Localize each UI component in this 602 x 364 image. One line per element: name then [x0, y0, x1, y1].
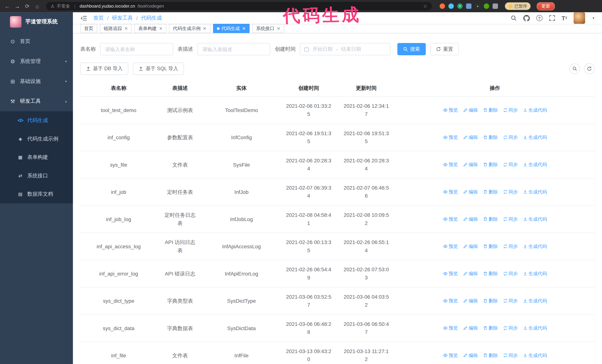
delete-link[interactable]: 删除 — [483, 351, 498, 360]
sync-link[interactable]: 同步 — [503, 242, 518, 250]
refresh-table-button[interactable] — [584, 63, 595, 74]
preview-link[interactable]: 预览 — [443, 351, 458, 360]
delete-link[interactable]: 删除 — [483, 242, 498, 250]
sync-link[interactable]: 同步 — [503, 106, 518, 114]
reload-icon[interactable]: ⟳ — [24, 3, 31, 9]
close-icon[interactable]: ✕ — [159, 26, 163, 31]
tab-tracing[interactable]: 链路追踪 ✕ — [100, 24, 132, 33]
extension-icon-4[interactable] — [466, 3, 472, 9]
edit-link[interactable]: 编辑 — [463, 188, 478, 196]
fullscreen-icon[interactable] — [549, 15, 555, 21]
delete-link[interactable]: 删除 — [483, 106, 498, 114]
close-icon[interactable]: ✕ — [277, 26, 280, 31]
back-icon[interactable]: ← — [4, 3, 11, 9]
font-size-icon[interactable]: TT — [562, 15, 567, 21]
delete-link[interactable]: 删除 — [483, 133, 498, 141]
extension-icon-5[interactable]: ● — [475, 3, 480, 9]
home-icon[interactable]: ⌂ — [34, 3, 41, 9]
browser-update-button[interactable]: 更新 — [537, 2, 555, 10]
avatar-caret-down-icon[interactable]: ▾ — [592, 16, 594, 20]
generate-code-link[interactable]: 生成代码 — [523, 242, 547, 250]
delete-link[interactable]: 删除 — [483, 215, 498, 223]
preview-link[interactable]: 预览 — [443, 324, 458, 332]
sync-link[interactable]: 同步 — [503, 188, 518, 196]
sidebar-item-infrastructure[interactable]: ⊞ 基础设施 ▾ — [0, 72, 73, 92]
table-name-input[interactable] — [100, 43, 173, 55]
sidebar-item-codegen[interactable]: </> 代码生成 — [0, 111, 73, 130]
sync-link[interactable]: 同步 — [503, 351, 518, 360]
preview-link[interactable]: 预览 — [443, 133, 458, 141]
tab-codegen[interactable]: 代码生成 ✕ — [213, 24, 249, 33]
sidebar-item-form-builder[interactable]: ▦ 表单构建 — [0, 148, 73, 166]
extension-icon-2[interactable] — [448, 3, 454, 9]
delete-link[interactable]: 删除 — [483, 297, 498, 305]
extension-icon-7[interactable] — [493, 3, 498, 9]
close-icon[interactable]: ✕ — [242, 26, 246, 31]
generate-code-link[interactable]: 生成代码 — [523, 270, 547, 278]
paused-badge[interactable]: 已暂停 — [505, 2, 531, 10]
bookmark-star-icon[interactable]: ☆ — [423, 3, 427, 9]
fold-sidebar-icon[interactable] — [81, 15, 87, 21]
date-range-picker[interactable]: 开始日期 - 结束日期 — [300, 43, 390, 55]
tab-form-builder[interactable]: 表单构建 ✕ — [134, 24, 166, 33]
breadcrumb-dev-tools[interactable]: 研发工具 — [112, 15, 133, 21]
preview-link[interactable]: 预览 — [443, 242, 458, 250]
sidebar-item-system-api[interactable]: ⇄ 系统接口 — [0, 167, 73, 185]
preview-link[interactable]: 预览 — [443, 270, 458, 278]
help-icon[interactable]: ? — [536, 15, 542, 21]
delete-link[interactable]: 删除 — [483, 161, 498, 169]
search-button[interactable]: 搜索 — [397, 43, 426, 55]
table-desc-input[interactable] — [197, 43, 270, 55]
extension-icon-3[interactable]: V — [457, 3, 463, 9]
generate-code-link[interactable]: 生成代码 — [523, 351, 547, 360]
generate-code-link[interactable]: 生成代码 — [523, 133, 547, 141]
forward-icon[interactable]: → — [14, 3, 21, 9]
import-db-button[interactable]: 基于 DB 导入 — [80, 62, 128, 75]
generate-code-link[interactable]: 生成代码 — [523, 297, 547, 305]
sidebar-item-dev-tools[interactable]: ⚒ 研发工具 ▴ — [0, 91, 73, 111]
edit-link[interactable]: 编辑 — [463, 324, 478, 332]
sync-link[interactable]: 同步 — [503, 270, 518, 278]
sidebar-item-system-management[interactable]: ⚙ 系统管理 ▾ — [0, 52, 73, 72]
reset-button[interactable]: 重置 — [430, 43, 459, 55]
sync-link[interactable]: 同步 — [503, 133, 518, 141]
extension-icon-1[interactable] — [440, 3, 445, 9]
edit-link[interactable]: 编辑 — [463, 106, 478, 114]
sidebar-item-home[interactable]: ⊙ 首页 — [0, 31, 73, 52]
search-icon[interactable] — [510, 15, 516, 21]
edit-link[interactable]: 编辑 — [463, 351, 478, 360]
edit-link[interactable]: 编辑 — [463, 161, 478, 169]
edit-link[interactable]: 编辑 — [463, 270, 478, 278]
preview-link[interactable]: 预览 — [443, 161, 458, 169]
breadcrumb-home[interactable]: 首页 — [93, 15, 104, 21]
close-icon[interactable]: ✕ — [203, 26, 206, 31]
tab-codegen-example[interactable]: 代码生成示例 ✕ — [169, 24, 210, 33]
generate-code-link[interactable]: 生成代码 — [523, 324, 547, 332]
preview-link[interactable]: 预览 — [443, 188, 458, 196]
import-sql-button[interactable]: 基于 SQL 导入 — [133, 62, 184, 75]
preview-link[interactable]: 预览 — [443, 215, 458, 223]
delete-link[interactable]: 删除 — [483, 324, 498, 332]
sidebar-item-db-doc[interactable]: ▤ 数据库文档 — [0, 185, 73, 203]
tab-system-api[interactable]: 系统接口 ✕ — [252, 24, 284, 33]
github-icon[interactable] — [523, 15, 530, 21]
edit-link[interactable]: 编辑 — [463, 133, 478, 141]
generate-code-link[interactable]: 生成代码 — [523, 215, 547, 223]
sync-link[interactable]: 同步 — [503, 215, 518, 223]
sync-link[interactable]: 同步 — [503, 324, 518, 332]
edit-link[interactable]: 编辑 — [463, 297, 478, 305]
extension-icon-6[interactable] — [484, 3, 489, 9]
delete-link[interactable]: 删除 — [483, 188, 498, 196]
close-icon[interactable]: ✕ — [124, 26, 128, 31]
generate-code-link[interactable]: 生成代码 — [523, 161, 547, 169]
address-bar[interactable]: ⚠ 不安全 | dashboard.yudao.iocoder.cn/tool/… — [46, 2, 432, 10]
edit-link[interactable]: 编辑 — [463, 215, 478, 223]
user-avatar-image[interactable] — [574, 12, 585, 24]
edit-link[interactable]: 编辑 — [463, 242, 478, 250]
sync-link[interactable]: 同步 — [503, 161, 518, 169]
tab-home[interactable]: 首页 — [80, 24, 97, 33]
generate-code-link[interactable]: 生成代码 — [523, 188, 547, 196]
toggle-search-button[interactable] — [570, 63, 580, 74]
delete-link[interactable]: 删除 — [483, 270, 498, 278]
generate-code-link[interactable]: 生成代码 — [523, 106, 547, 114]
